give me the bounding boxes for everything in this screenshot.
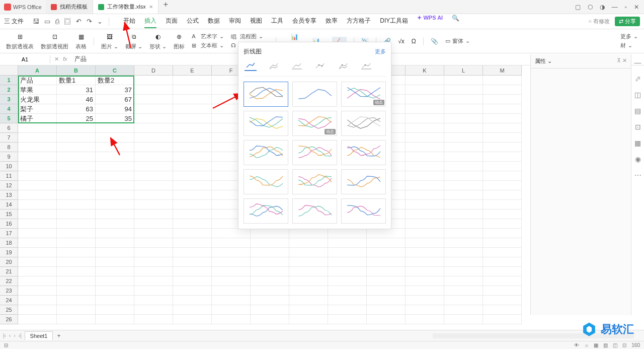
cell[interactable] xyxy=(328,267,367,276)
cell[interactable] xyxy=(483,210,522,219)
rail-box-icon[interactable]: ⊡ xyxy=(635,123,641,131)
chart-thumbnail[interactable] xyxy=(244,82,288,107)
cell[interactable] xyxy=(96,190,134,200)
screenshot-button[interactable]: ⧉截屏 ⌄ xyxy=(125,32,142,50)
cell[interactable] xyxy=(289,257,328,267)
line-type-5[interactable] xyxy=(337,61,349,71)
cell[interactable] xyxy=(251,267,289,276)
cell[interactable] xyxy=(483,95,522,104)
sheet-tab[interactable]: Sheet1 xyxy=(25,331,53,340)
col-header[interactable]: C xyxy=(96,65,134,76)
cell[interactable] xyxy=(406,162,444,171)
cell[interactable] xyxy=(212,267,251,276)
cell[interactable] xyxy=(18,133,57,143)
cell[interactable] xyxy=(134,238,173,248)
pivot-table-button[interactable]: ⊞数据透视表 xyxy=(6,32,34,50)
cell[interactable]: 梨子 xyxy=(18,104,57,114)
cell[interactable] xyxy=(483,181,522,190)
cell[interactable] xyxy=(57,210,96,219)
cell[interactable] xyxy=(406,152,444,162)
cell[interactable] xyxy=(134,104,173,114)
cell[interactable] xyxy=(444,76,483,85)
chart-thumbnail[interactable] xyxy=(341,169,386,194)
cell[interactable] xyxy=(483,248,522,257)
cell[interactable] xyxy=(406,76,444,85)
redo-icon[interactable]: ↷ xyxy=(87,18,92,25)
cell[interactable] xyxy=(96,181,134,190)
widget-icon[interactable]: ⬡ xyxy=(588,4,593,11)
chart-thumbnail[interactable] xyxy=(292,140,337,165)
cell[interactable] xyxy=(289,286,328,296)
cell[interactable] xyxy=(406,171,444,181)
tab-view[interactable]: 视图 xyxy=(250,15,262,28)
cell[interactable] xyxy=(134,190,173,200)
rail-select-icon[interactable]: ⬀ xyxy=(635,75,641,83)
cell[interactable]: 46 xyxy=(57,95,96,104)
cell[interactable] xyxy=(483,257,522,267)
minimize-button[interactable]: — xyxy=(612,4,618,11)
row-header[interactable]: 13 xyxy=(0,190,18,200)
cell[interactable] xyxy=(444,133,483,143)
flowchart-button[interactable]: 唱流程图 ⌄ xyxy=(231,33,269,40)
col-header[interactable]: B xyxy=(57,65,96,76)
col-header[interactable]: L xyxy=(444,65,483,76)
cell[interactable] xyxy=(173,95,212,104)
avatar-icon[interactable]: ◑ xyxy=(600,4,605,11)
cell[interactable] xyxy=(18,152,57,162)
cell[interactable] xyxy=(96,123,134,133)
cell[interactable]: 63 xyxy=(57,104,96,114)
row-header[interactable]: 17 xyxy=(0,229,18,238)
cell[interactable]: 35 xyxy=(96,114,134,123)
cell[interactable] xyxy=(57,162,96,171)
cell[interactable] xyxy=(96,238,134,248)
cell[interactable] xyxy=(483,114,522,123)
cell[interactable] xyxy=(134,267,173,276)
cell[interactable] xyxy=(328,286,367,296)
cell[interactable] xyxy=(212,238,251,248)
cell[interactable] xyxy=(406,267,444,276)
cell[interactable] xyxy=(134,296,173,305)
row-header[interactable]: 1 xyxy=(0,76,18,85)
attach-button[interactable]: 📎 xyxy=(431,38,438,45)
textbox-button[interactable]: ⊞文本框 ⌄ xyxy=(192,42,224,49)
row-header[interactable]: 7 xyxy=(0,133,18,143)
cell[interactable]: 数量1 xyxy=(57,76,96,85)
cell[interactable] xyxy=(173,114,212,123)
col-header[interactable]: K xyxy=(406,65,444,76)
cell[interactable] xyxy=(483,104,522,114)
view-page-icon[interactable]: ▥ xyxy=(603,342,608,348)
cell[interactable] xyxy=(367,276,406,286)
cell[interactable] xyxy=(251,248,289,257)
row-header[interactable]: 21 xyxy=(0,267,18,276)
cell[interactable] xyxy=(57,315,96,324)
cell[interactable] xyxy=(483,229,522,238)
cell[interactable] xyxy=(444,267,483,276)
chart-thumbnail[interactable] xyxy=(244,140,288,165)
cell[interactable] xyxy=(483,219,522,229)
cell[interactable] xyxy=(57,276,96,286)
cell[interactable] xyxy=(173,296,212,305)
view-normal-icon[interactable]: ▦ xyxy=(594,342,598,348)
dropdown-icon[interactable]: ⌄ xyxy=(97,18,103,25)
more-button[interactable]: 更多 ⌄ xyxy=(620,33,638,40)
cell[interactable] xyxy=(173,104,212,114)
cell[interactable] xyxy=(289,305,328,315)
cell[interactable] xyxy=(96,133,134,143)
save-icon[interactable]: 🖫 xyxy=(33,18,39,25)
cell[interactable] xyxy=(57,190,96,200)
chart-thumbnail[interactable] xyxy=(292,82,337,107)
cell[interactable] xyxy=(134,162,173,171)
name-box[interactable] xyxy=(0,55,50,63)
cell[interactable] xyxy=(328,315,367,324)
cell[interactable] xyxy=(18,162,57,171)
cell[interactable] xyxy=(18,296,57,305)
cell[interactable] xyxy=(96,171,134,181)
cell[interactable] xyxy=(57,286,96,296)
cell[interactable] xyxy=(173,210,212,219)
cell[interactable] xyxy=(367,267,406,276)
image-button[interactable]: 🖼图片 ⌄ xyxy=(101,32,118,50)
fx-icon[interactable]: fx xyxy=(63,56,67,62)
cell[interactable] xyxy=(251,229,289,238)
cell[interactable] xyxy=(444,114,483,123)
layout-icon[interactable]: ▢ xyxy=(575,4,581,11)
